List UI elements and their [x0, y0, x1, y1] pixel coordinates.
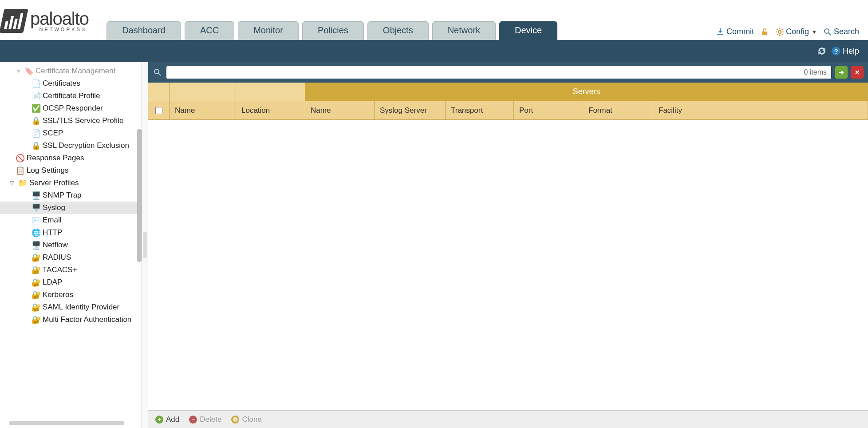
svg-rect-0: [762, 32, 767, 35]
sidebar-label: Syslog: [43, 203, 65, 212]
sidebar-item-radius[interactable]: 🔐 RADIUS: [0, 251, 142, 264]
sidebar-item-cert-management[interactable]: ▼ 🔖 Certificate Management: [0, 65, 142, 77]
grid-header-spacer: [236, 83, 305, 101]
sidebar-label: SNMP Trap: [43, 191, 82, 200]
sidebar-item-cert-profile[interactable]: 📄 Certificate Profile: [0, 90, 142, 102]
grid-header-syslog-server[interactable]: Syslog Server: [375, 101, 446, 120]
tab-network[interactable]: Network: [432, 21, 496, 40]
sidebar-item-mfa[interactable]: 🔐 Multi Factor Authentication: [0, 313, 142, 326]
sidebar-vscrollbar[interactable]: [137, 129, 142, 262]
server-lock-icon: 🔐: [32, 266, 40, 274]
tab-objects[interactable]: Objects: [367, 21, 429, 40]
arrow-right-icon: ➔: [839, 69, 844, 76]
grid-header-server-name[interactable]: Name: [305, 101, 375, 120]
server-lock-icon: 🔐: [32, 278, 40, 286]
grid-header-port[interactable]: Port: [514, 101, 583, 120]
brand-name: paloalto: [30, 10, 89, 28]
sidebar-item-certificates[interactable]: 📄 Certificates: [0, 77, 142, 90]
filter-clear-button[interactable]: ✕: [851, 66, 864, 79]
sidebar[interactable]: ▼ 🔖 Certificate Management 📄 Certificate…: [0, 62, 142, 428]
svg-line-7: [158, 73, 161, 75]
scrollbar-thumb[interactable]: [137, 129, 142, 262]
checkbox-icon[interactable]: [155, 107, 162, 114]
filter-input[interactable]: [166, 66, 832, 79]
search-icon: [823, 28, 832, 36]
clone-label: Clone: [242, 415, 261, 424]
main-tabs: Dashboard ACC Monitor Policies Objects N…: [107, 21, 557, 40]
search-button[interactable]: Search: [823, 27, 859, 36]
caret-down-icon: ▽: [10, 180, 16, 186]
gear-icon: [775, 28, 784, 36]
grid-header-transport[interactable]: Transport: [446, 101, 514, 120]
splitter-grip-icon[interactable]: [143, 232, 147, 258]
tab-device[interactable]: Device: [499, 21, 557, 40]
bottom-toolbar: + Add – Delete ⧉ Clone: [148, 410, 868, 428]
commit-button[interactable]: Commit: [716, 27, 754, 36]
response-pages-icon: 🚫: [16, 154, 24, 162]
help-button[interactable]: ? Help: [831, 46, 859, 56]
sidebar-item-ldap[interactable]: 🔐 LDAP: [0, 276, 142, 289]
sidebar-item-log-settings[interactable]: 📋 Log Settings: [0, 164, 142, 177]
sidebar-item-snmp[interactable]: 🖥️ SNMP Trap: [0, 189, 142, 202]
grid-header-checkbox[interactable]: [148, 101, 170, 120]
sidebar-item-ocsp[interactable]: ✅ OCSP Responder: [0, 102, 142, 115]
delete-label: Delete: [200, 415, 221, 424]
sidebar-item-scep[interactable]: 📄 SCEP: [0, 127, 142, 139]
tab-monitor[interactable]: Monitor: [238, 21, 299, 40]
mail-icon: ✉️: [32, 216, 40, 224]
sidebar-item-ssl-decrypt-excl[interactable]: 🔒 SSL Decryption Exclusion: [0, 139, 142, 152]
sidebar-label: Server Profiles: [29, 178, 79, 187]
tab-acc[interactable]: ACC: [185, 21, 234, 40]
sidebar-label: SAML Identity Provider: [43, 303, 119, 312]
grid-header-facility[interactable]: Facility: [653, 101, 868, 120]
sidebar-item-kerberos[interactable]: 🔐 Kerberos: [0, 289, 142, 301]
sidebar-label: Kerberos: [43, 290, 73, 299]
svg-point-1: [778, 31, 781, 33]
delete-button[interactable]: – Delete: [189, 415, 221, 424]
grid-header: Servers Name Location Name Syslog Server…: [148, 83, 868, 120]
sidebar-item-http[interactable]: 🌐 HTTP: [0, 226, 142, 239]
add-button[interactable]: + Add: [155, 415, 179, 424]
brand-sub: NETWORKS®: [30, 27, 89, 32]
globe-icon: 🌐: [32, 229, 40, 237]
grid-header-location[interactable]: Location: [236, 101, 305, 120]
chevron-down-icon: ▼: [812, 29, 817, 35]
tab-dashboard[interactable]: Dashboard: [107, 21, 181, 40]
clone-button[interactable]: ⧉ Clone: [231, 415, 261, 424]
sidebar-label: Log Settings: [27, 166, 69, 175]
sidebar-item-server-profiles[interactable]: ▽ 📁 Server Profiles: [0, 177, 142, 189]
certificate-icon: 📄: [32, 79, 40, 87]
search-label: Search: [834, 27, 859, 36]
grid-header-name[interactable]: Name: [170, 101, 236, 120]
svg-line-3: [829, 33, 831, 35]
scep-icon: 📄: [32, 129, 40, 137]
sidebar-label: Response Pages: [27, 154, 84, 162]
sidebar-item-email[interactable]: ✉️ Email: [0, 214, 142, 226]
filter-search-icon[interactable]: [153, 67, 162, 77]
brand-mark-icon: [0, 9, 28, 33]
minus-icon: –: [189, 416, 197, 424]
sidebar-item-syslog[interactable]: 🖥️ Syslog: [0, 202, 142, 214]
sidebar-item-ssl-tls[interactable]: 🔒 SSL/TLS Service Profile: [0, 115, 142, 127]
main-layout: ▼ 🔖 Certificate Management 📄 Certificate…: [0, 62, 868, 428]
sidebar-label: SSL/TLS Service Profile: [43, 116, 123, 125]
config-dropdown[interactable]: Config ▼: [775, 27, 817, 36]
filter-apply-button[interactable]: ➔: [835, 66, 848, 79]
lock-icon: 🔒: [32, 117, 40, 125]
grid-body: [148, 120, 868, 410]
sidebar-item-tacacs[interactable]: 🔐 TACACS+: [0, 264, 142, 276]
unlock-icon[interactable]: [760, 28, 769, 36]
caret-down-icon: ▼: [16, 68, 22, 74]
sidebar-hscrollbar[interactable]: [9, 421, 124, 425]
splitter[interactable]: [142, 62, 148, 428]
sidebar-item-saml[interactable]: 🔐 SAML Identity Provider: [0, 301, 142, 313]
tab-policies[interactable]: Policies: [302, 21, 364, 40]
help-icon: ?: [831, 46, 841, 56]
sidebar-item-response-pages[interactable]: 🚫 Response Pages: [0, 152, 142, 164]
sub-bar: ? Help: [0, 40, 868, 62]
sidebar-label: RADIUS: [43, 253, 71, 262]
sidebar-label: SSL Decryption Exclusion: [43, 141, 129, 150]
grid-header-format[interactable]: Format: [583, 101, 653, 120]
refresh-button[interactable]: [817, 46, 827, 56]
sidebar-item-netflow[interactable]: 🖥️ Netflow: [0, 239, 142, 251]
